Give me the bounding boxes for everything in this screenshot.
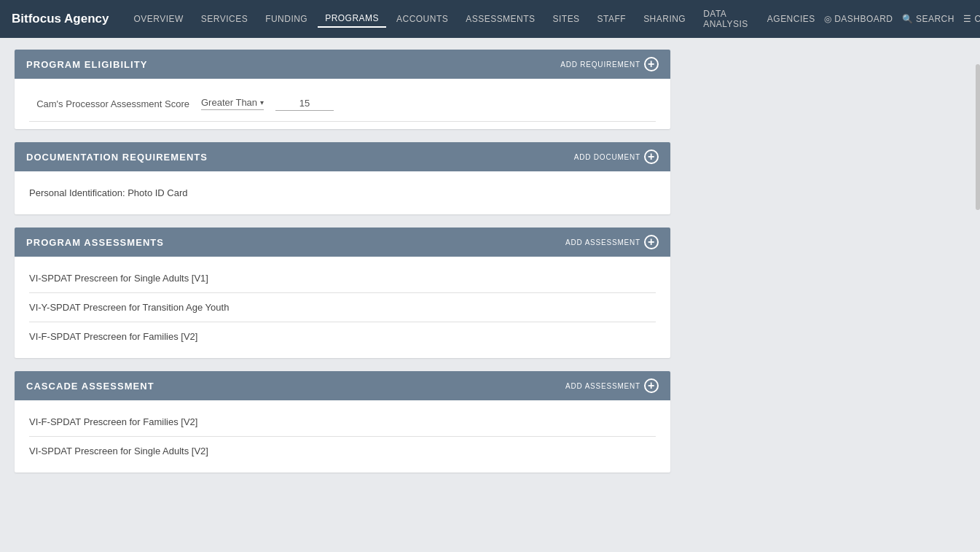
- assessments-body: VI-SPDAT Prescreen for Single Adults [V1…: [15, 257, 670, 358]
- nav-staff[interactable]: STAFF: [590, 11, 634, 27]
- add-document-icon: +: [644, 149, 659, 164]
- section-header-cascade: CASCADE ASSESSMENT ADD ASSESSMENT +: [15, 371, 670, 400]
- app-title: Bitfocus Agency: [12, 12, 109, 26]
- add-assessment-button[interactable]: ADD ASSESSMENT +: [565, 235, 659, 249]
- nav-links: OVERVIEW SERVICES FUNDING PROGRAMS ACCOU…: [127, 6, 756, 32]
- nav-search[interactable]: 🔍 SEARCH: [902, 14, 954, 24]
- list-item: Personal Identification: Photo ID Card: [29, 179, 656, 207]
- list-item: VI-F-SPDAT Prescreen for Families [V2]: [29, 322, 656, 351]
- section-program-assessments: PROGRAM ASSESSMENTS ADD ASSESSMENT + VI-…: [15, 228, 670, 358]
- add-requirement-label: ADD REQUIREMENT: [560, 61, 640, 69]
- nav-funding[interactable]: FUNDING: [258, 11, 315, 27]
- section-title-docs: DOCUMENTATION REQUIREMENTS: [26, 152, 208, 163]
- add-cascade-assessment-button[interactable]: ADD ASSESSMENT +: [565, 378, 659, 393]
- chevron-down-icon: ▾: [260, 98, 264, 106]
- nav-right: AGENCIES ◎ DASHBOARD 🔍 SEARCH ☰ CASELOAD…: [767, 0, 980, 42]
- nav-programs[interactable]: PROGRAMS: [318, 10, 386, 28]
- nav-assessments[interactable]: ASSESSMENTS: [458, 11, 542, 27]
- docs-body: Personal Identification: Photo ID Card: [15, 171, 670, 214]
- add-requirement-button[interactable]: ADD REQUIREMENT +: [560, 57, 659, 71]
- top-nav: Bitfocus Agency OVERVIEW SERVICES FUNDIN…: [0, 0, 980, 38]
- nav-data-analysis[interactable]: DATA ANALYSIS: [696, 6, 756, 32]
- section-title-cascade: CASCADE ASSESSMENT: [26, 381, 154, 392]
- eligibility-assessment-label: Cam's Processor Assessment Score: [29, 98, 189, 109]
- section-cascade-assessment: CASCADE ASSESSMENT ADD ASSESSMENT + VI-F…: [15, 371, 670, 473]
- nav-overview[interactable]: OVERVIEW: [127, 11, 191, 27]
- caseload-icon: ☰: [963, 14, 971, 24]
- list-item: VI-F-SPDAT Prescreen for Families [V2]: [29, 408, 656, 437]
- section-header-docs: DOCUMENTATION REQUIREMENTS ADD DOCUMENT …: [15, 142, 670, 171]
- nav-accounts[interactable]: ACCOUNTS: [389, 11, 455, 27]
- dashboard-icon: ◎: [824, 14, 831, 24]
- add-cascade-icon: +: [644, 378, 659, 393]
- cascade-body: VI-F-SPDAT Prescreen for Families [V2] V…: [15, 400, 670, 473]
- nav-services[interactable]: SERVICES: [194, 11, 255, 27]
- section-header-eligibility: PROGRAM ELIGIBILITY ADD REQUIREMENT +: [15, 50, 670, 79]
- add-requirement-icon: +: [644, 57, 659, 71]
- eligibility-value[interactable]: 15: [275, 96, 334, 111]
- add-cascade-label: ADD ASSESSMENT: [565, 382, 640, 390]
- eligibility-body: Cam's Processor Assessment Score Greater…: [15, 79, 670, 129]
- section-header-assessments: PROGRAM ASSESSMENTS ADD ASSESSMENT +: [15, 228, 670, 257]
- search-icon: 🔍: [902, 14, 913, 24]
- add-document-label: ADD DOCUMENT: [574, 153, 640, 161]
- section-documentation-requirements: DOCUMENTATION REQUIREMENTS ADD DOCUMENT …: [15, 142, 670, 214]
- nav-dashboard[interactable]: ◎ DASHBOARD: [824, 14, 893, 24]
- add-document-button[interactable]: ADD DOCUMENT +: [574, 149, 659, 164]
- section-title-assessments: PROGRAM ASSESSMENTS: [26, 237, 164, 248]
- nav-caseload[interactable]: ☰ CASELOAD: [963, 14, 980, 24]
- nav-sites[interactable]: SITES: [546, 11, 587, 27]
- list-item: VI-SPDAT Prescreen for Single Adults [V2…: [29, 437, 656, 465]
- add-assessment-icon: +: [644, 235, 659, 249]
- nav-sharing[interactable]: SHARING: [636, 11, 693, 27]
- section-title-eligibility: PROGRAM ELIGIBILITY: [26, 59, 147, 70]
- eligibility-row: Cam's Processor Assessment Score Greater…: [29, 86, 656, 122]
- eligibility-operator[interactable]: Greater Than ▾: [201, 97, 264, 110]
- list-item: VI-Y-SPDAT Prescreen for Transition Age …: [29, 293, 656, 322]
- add-assessment-label: ADD ASSESSMENT: [565, 238, 640, 246]
- main-content: PROGRAM ELIGIBILITY ADD REQUIREMENT + Ca…: [0, 38, 685, 497]
- section-program-eligibility: PROGRAM ELIGIBILITY ADD REQUIREMENT + Ca…: [15, 50, 670, 129]
- scrollbar[interactable]: [976, 64, 980, 210]
- nav-agencies[interactable]: AGENCIES: [767, 14, 815, 24]
- list-item: VI-SPDAT Prescreen for Single Adults [V1…: [29, 264, 656, 293]
